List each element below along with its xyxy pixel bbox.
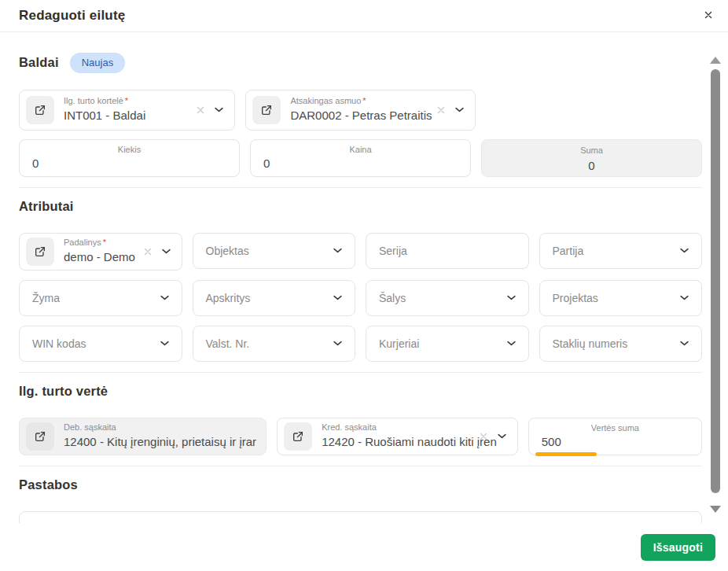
dropdown-label: Šalys [379, 292, 406, 304]
field-label: Kiekis [118, 145, 141, 156]
chevron-down-icon[interactable] [496, 430, 508, 442]
pastabos-textarea[interactable] [19, 511, 702, 523]
vertes-suma-field[interactable]: Vertės suma [528, 418, 702, 455]
modal-footer: Išsaugoti [0, 523, 728, 571]
field-label: Deb. sąskaita [64, 422, 256, 433]
field-label: Kaina [349, 145, 371, 156]
scroll-down-arrow-icon[interactable] [710, 506, 721, 513]
kurjeriai-dropdown[interactable]: Kurjeriai [366, 326, 529, 362]
required-asterisk: * [362, 96, 366, 105]
kaina-input[interactable] [263, 157, 458, 170]
win-kodas-dropdown[interactable]: WIN kodas [19, 326, 182, 362]
field-label: Kred. sąskaita [322, 422, 497, 433]
stakliu-numeris-dropdown[interactable]: Staklių numeris [539, 326, 703, 362]
clear-icon[interactable] [436, 105, 447, 116]
kred-saskaita-field[interactable]: Kred. sąskaita 12420 - Ruošiami naudoti … [277, 418, 518, 455]
field-label: Padalinys* [64, 238, 139, 249]
atsakingas-asmuo-field[interactable]: Atsakingas asmuo* DAR0002 - Petras Petra… [245, 90, 475, 131]
field-label: Suma [580, 146, 603, 157]
kiekis-field[interactable]: Kiekis [19, 139, 240, 177]
dropdown-label: Valst. Nr. [206, 337, 250, 350]
external-link-icon[interactable] [252, 96, 281, 124]
section-pastabos: Pastabos [19, 466, 702, 523]
chevron-down-icon [332, 337, 344, 349]
chevron-down-icon [678, 292, 690, 304]
external-link-icon[interactable] [26, 238, 54, 266]
section-title: Ilg. turto vertė [19, 384, 702, 399]
field-value: demo - Demo [64, 249, 139, 265]
clear-icon[interactable] [478, 431, 489, 442]
required-asterisk: * [125, 96, 128, 105]
salys-dropdown[interactable]: Šalys [366, 280, 529, 316]
field-value: DAR0002 - Petras Petraitis [290, 107, 432, 123]
vertes-suma-input[interactable] [542, 435, 689, 448]
external-link-icon[interactable] [284, 422, 312, 451]
apskritys-dropdown[interactable]: Apskritys [193, 280, 356, 316]
field-label: Atsakingas asmuo* [290, 96, 432, 107]
item-title: Baldai [19, 55, 59, 70]
verte-row: Deb. sąskaita 12400 - Kitų įrenginių, pr… [19, 418, 702, 455]
field-label: Ilg. turto kortelė* [64, 96, 192, 107]
save-button[interactable]: Išsaugoti [641, 534, 715, 561]
clear-icon[interactable] [195, 105, 206, 116]
chevron-down-icon [678, 337, 690, 349]
modal-title: Redaguoti eilutę [19, 8, 125, 24]
status-badge: Naujas [70, 53, 125, 73]
chevron-down-icon [332, 245, 344, 256]
dropdown-label: Apskritys [206, 292, 251, 304]
attributes-grid: Padalinys* demo - Demo Objektas [19, 233, 702, 362]
field-value: 0 [588, 157, 594, 169]
chevron-down-icon [506, 337, 517, 349]
ilg-turto-kortele-field[interactable]: Ilg. turto kortelė* INT001 - Baldai [19, 90, 235, 131]
field-label: Vertės suma [591, 423, 639, 434]
edit-row-modal: Redaguoti eilutę Baldai Naujas Ilg. turt… [0, 0, 728, 571]
dropdown-label: Žyma [32, 292, 60, 304]
padalinys-field[interactable]: Padalinys* demo - Demo [19, 233, 182, 271]
deb-saskaita-field: Deb. sąskaita 12400 - Kitų įrenginių, pr… [19, 418, 267, 455]
main-row-2: Kiekis Kaina Suma 0 [19, 139, 702, 177]
chevron-down-icon[interactable] [213, 104, 225, 116]
dropdown-label: Projektas [553, 292, 598, 304]
section-ilg-turto-verte: Ilg. turto vertė Deb. sąskaita 12400 - K… [19, 372, 702, 455]
dropdown-label: Objektas [206, 245, 249, 257]
valst-nr-dropdown[interactable]: Valst. Nr. [193, 326, 356, 362]
kiekis-input[interactable] [32, 157, 226, 170]
serija-field[interactable] [366, 233, 529, 269]
chevron-down-icon[interactable] [160, 245, 172, 257]
external-link-icon[interactable] [26, 96, 54, 124]
chevron-down-icon [332, 292, 344, 304]
section-title: Atributai [19, 199, 702, 214]
section-title: Pastabos [19, 477, 702, 492]
chevron-down-icon [678, 245, 690, 256]
chevron-down-icon [159, 337, 171, 349]
field-value: 12420 - Ruošiami naudoti kiti įren [322, 433, 497, 450]
external-link-icon [26, 422, 54, 451]
projektas-dropdown[interactable]: Projektas [539, 280, 703, 316]
suma-field: Suma 0 [481, 139, 702, 177]
clear-icon[interactable] [142, 246, 153, 257]
item-header: Baldai Naujas [19, 53, 702, 73]
required-asterisk: * [103, 238, 106, 247]
scroll-up-arrow-icon[interactable] [710, 57, 721, 64]
modal-body: Baldai Naujas Ilg. turto kortelė* INT001… [0, 32, 728, 523]
chevron-down-icon [506, 292, 517, 304]
field-value: INT001 - Baldai [64, 107, 192, 123]
dropdown-label: WIN kodas [32, 337, 86, 350]
close-icon[interactable] [698, 5, 719, 25]
serija-input[interactable] [379, 245, 516, 257]
dropdown-label: Staklių numeris [553, 337, 628, 350]
kaina-field[interactable]: Kaina [250, 139, 471, 177]
zyma-dropdown[interactable]: Žyma [19, 280, 182, 316]
objektas-dropdown[interactable]: Objektas [193, 233, 356, 269]
modal-header: Redaguoti eilutę [0, 0, 728, 32]
scrollbar[interactable] [710, 57, 721, 513]
main-row-1: Ilg. turto kortelė* INT001 - Baldai Atsa… [19, 90, 702, 131]
chevron-down-icon [159, 292, 171, 304]
changed-indicator-bar [535, 452, 597, 456]
field-value: 12400 - Kitų įrenginių, prietaisų ir įra… [64, 433, 256, 450]
section-atributai: Atributai Padalinys* demo - Demo Objekta… [19, 187, 702, 362]
partija-dropdown[interactable]: Partija [539, 233, 703, 269]
dropdown-label: Partija [553, 245, 584, 257]
chevron-down-icon[interactable] [454, 104, 465, 116]
scrollbar-thumb[interactable] [711, 69, 720, 493]
